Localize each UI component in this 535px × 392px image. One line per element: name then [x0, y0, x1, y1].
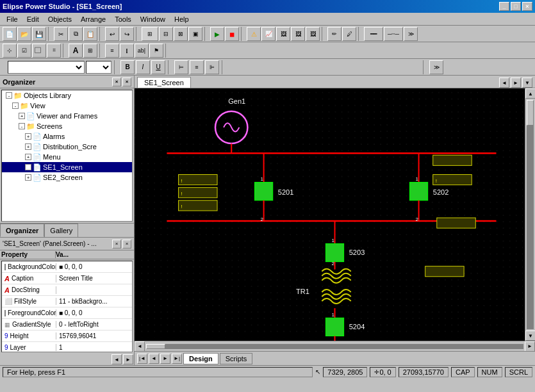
- tb-line1[interactable]: ━━: [364, 27, 383, 41]
- draw-v-align[interactable]: ⫿: [120, 44, 134, 58]
- tree-item-menu[interactable]: + 📄 Menu: [2, 152, 132, 162]
- tree-item-objects-library[interactable]: - 📁 Objects Library: [2, 90, 132, 101]
- tb-edit1[interactable]: ✏: [327, 27, 342, 41]
- props-row-bgcolor[interactable]: BackgroundColor ■ 0, 0, 0: [2, 261, 132, 273]
- save-button[interactable]: 💾: [32, 27, 46, 41]
- maximize-button[interactable]: □: [511, 2, 521, 11]
- paste-button[interactable]: 📋: [83, 27, 97, 41]
- italic-button[interactable]: I: [136, 60, 150, 74]
- run-button[interactable]: ▶: [210, 27, 224, 41]
- props-row-gradstyle[interactable]: ▦ GradientStyle 0 - leftToRight: [2, 319, 132, 331]
- menu-objects[interactable]: Objects: [44, 14, 76, 24]
- doc-tab-se1-screen[interactable]: SE1_Screen: [137, 77, 191, 88]
- props-row-caption[interactable]: A Caption Screen Title: [2, 273, 132, 284]
- tb-btn-2[interactable]: ⊟: [159, 27, 173, 41]
- expand-viewer-frames[interactable]: +: [19, 113, 25, 119]
- tab-gallery[interactable]: Gallery: [44, 224, 78, 237]
- expand-se2-screen[interactable]: +: [25, 174, 31, 181]
- menu-tools[interactable]: Tools: [111, 14, 135, 24]
- tb-img1[interactable]: 🖼: [276, 27, 290, 41]
- props-row-layer[interactable]: 9 Layer 1: [2, 342, 132, 352]
- expand-alarms[interactable]: +: [25, 133, 31, 140]
- tb-btn-1[interactable]: ⊞: [142, 27, 158, 41]
- vscroll-thumb[interactable]: [527, 100, 534, 126]
- organizer-controls[interactable]: × ×: [112, 78, 131, 86]
- props-row-fgcolor[interactable]: ForegroundColor ■ 0, 0, 0: [2, 307, 132, 319]
- draw-grid[interactable]: ⊞: [83, 44, 97, 58]
- expand-screens[interactable]: -: [19, 123, 25, 129]
- align-right[interactable]: ⊫: [205, 60, 219, 74]
- expand-view[interactable]: -: [12, 102, 19, 109]
- props-scroll-btns[interactable]: ◄ ►: [111, 354, 133, 364]
- open-button[interactable]: 📂: [17, 27, 31, 41]
- copy-button[interactable]: ⧉: [69, 27, 83, 41]
- tree-item-screens[interactable]: - 📁 Screens: [2, 121, 132, 131]
- font-size-select[interactable]: [86, 61, 111, 74]
- draw-text[interactable]: A: [69, 44, 83, 58]
- align-center[interactable]: ≡: [190, 60, 204, 74]
- undo-button[interactable]: ↩: [105, 27, 119, 41]
- stop-button[interactable]: ◼: [225, 27, 239, 41]
- tab-nav-list[interactable]: ▼: [522, 78, 532, 88]
- page-next[interactable]: ►: [160, 354, 170, 364]
- trend-button[interactable]: 📈: [261, 27, 276, 41]
- menu-edit[interactable]: Edit: [23, 14, 43, 24]
- tree-item-alarms[interactable]: + 📄 Alarms: [2, 131, 132, 142]
- close-button[interactable]: ×: [522, 2, 532, 11]
- draw-abc[interactable]: ab|: [135, 44, 149, 58]
- draw-select[interactable]: ⊹: [3, 44, 17, 58]
- tree-item-viewer-frames[interactable]: + 📄 Viewer and Frames: [2, 111, 132, 121]
- font-name-select[interactable]: [8, 61, 85, 74]
- tb-more[interactable]: ≫: [404, 27, 418, 41]
- tb-btn-3[interactable]: ⊠: [174, 27, 188, 41]
- canvas-hscrollbar[interactable]: ◄ ►: [135, 341, 535, 351]
- canvas-diagram[interactable]: Gen1 5201: [135, 88, 535, 341]
- menu-window[interactable]: Window: [136, 14, 169, 24]
- tab-nav-next[interactable]: ►: [511, 78, 521, 88]
- props-close[interactable]: ×: [122, 240, 131, 249]
- page-prev[interactable]: ◄: [149, 354, 159, 364]
- expand-se1-screen[interactable]: +: [25, 164, 31, 170]
- vscroll-up[interactable]: ▲: [525, 88, 535, 99]
- props-row-docstring[interactable]: A DocString: [2, 284, 132, 296]
- window-controls[interactable]: _ □ ×: [499, 2, 532, 11]
- tb-line2[interactable]: ─┄─: [384, 27, 403, 41]
- page-first[interactable]: |◄: [137, 354, 147, 364]
- menu-help[interactable]: Help: [170, 14, 193, 24]
- alarm-button[interactable]: ⚠: [247, 27, 261, 41]
- tb-img2[interactable]: 🖼: [291, 27, 305, 41]
- tb-btn-4[interactable]: ▣: [188, 27, 202, 41]
- menu-file[interactable]: File: [3, 14, 22, 24]
- minimize-button[interactable]: _: [499, 2, 509, 11]
- tab-scripts[interactable]: Scripts: [220, 353, 253, 364]
- tb-edit2[interactable]: 🖊: [342, 27, 356, 41]
- props-header-controls[interactable]: × ×: [112, 240, 131, 249]
- expand-objects-library[interactable]: -: [6, 92, 12, 99]
- props-scroll-right[interactable]: ►: [123, 354, 133, 364]
- menu-arrange[interactable]: Arrange: [77, 14, 110, 24]
- canvas-vscrollbar[interactable]: ▲ ▼: [525, 88, 535, 341]
- tree-item-se2-screen[interactable]: + 📄 SE2_Screen: [2, 172, 132, 183]
- tree-item-distribution[interactable]: + 📄 Distribution_Scre: [2, 142, 132, 152]
- tab-nav-prev[interactable]: ◄: [499, 78, 509, 88]
- hscroll-thumb[interactable]: [146, 344, 165, 349]
- draw-flag[interactable]: ⚑: [149, 44, 163, 58]
- organizer-tree[interactable]: - 📁 Objects Library - 📁 View + 📄 Viewer …: [1, 90, 133, 222]
- redo-button[interactable]: ↪: [120, 27, 134, 41]
- page-last[interactable]: ►|: [172, 354, 182, 364]
- tree-item-se1-screen[interactable]: + 📄 SE1_Screen: [2, 162, 132, 172]
- hscroll-right[interactable]: ►: [525, 341, 535, 352]
- cut-button[interactable]: ✂: [54, 27, 68, 41]
- draw-hand[interactable]: ☑: [17, 44, 31, 58]
- underline-button[interactable]: U: [151, 60, 165, 74]
- vscroll-down[interactable]: ▼: [525, 331, 535, 341]
- new-button[interactable]: 📄: [3, 27, 17, 41]
- hscroll-track[interactable]: [146, 344, 523, 349]
- organizer-close[interactable]: ×: [122, 78, 131, 86]
- props-scroll-area[interactable]: ◄ ►: [0, 354, 134, 365]
- bold-button[interactable]: B: [120, 60, 135, 74]
- hscroll-left[interactable]: ◄: [135, 341, 145, 352]
- props-pin[interactable]: ×: [112, 240, 121, 249]
- draw-h-align[interactable]: ≡: [105, 44, 119, 58]
- expand-menu[interactable]: +: [25, 154, 31, 160]
